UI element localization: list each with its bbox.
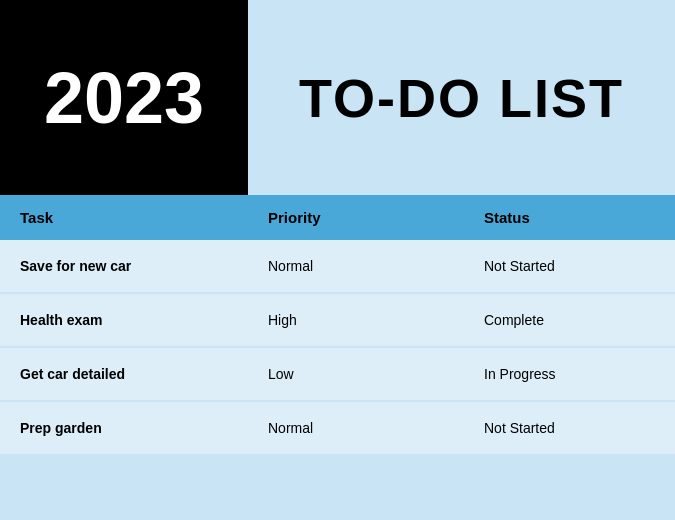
year-text: 2023: [44, 57, 204, 139]
col-header-priority: Priority: [248, 195, 464, 240]
cell-priority: Normal: [248, 240, 464, 293]
cell-status: Complete: [464, 293, 675, 347]
table-container: Task Priority Status Save for new carNor…: [0, 195, 675, 520]
page-wrapper: 2023 TO-DO LIST Task Priority Status Sav…: [0, 0, 675, 520]
table-row: Save for new carNormalNot Started: [0, 240, 675, 293]
cell-status: Not Started: [464, 240, 675, 293]
cell-priority: Low: [248, 347, 464, 401]
cell-status: Not Started: [464, 401, 675, 455]
cell-status: In Progress: [464, 347, 675, 401]
todo-table: Task Priority Status Save for new carNor…: [0, 195, 675, 456]
cell-task: Health exam: [0, 293, 248, 347]
cell-task: Get car detailed: [0, 347, 248, 401]
year-block: 2023: [0, 0, 248, 195]
col-header-status: Status: [464, 195, 675, 240]
cell-priority: Normal: [248, 401, 464, 455]
table-row: Get car detailedLowIn Progress: [0, 347, 675, 401]
col-header-task: Task: [0, 195, 248, 240]
cell-task: Prep garden: [0, 401, 248, 455]
page-title: TO-DO LIST: [299, 67, 624, 129]
title-block: TO-DO LIST: [248, 0, 675, 195]
table-header-row: Task Priority Status: [0, 195, 675, 240]
table-row: Health examHighComplete: [0, 293, 675, 347]
header: 2023 TO-DO LIST: [0, 0, 675, 195]
cell-task: Save for new car: [0, 240, 248, 293]
cell-priority: High: [248, 293, 464, 347]
table-row: Prep gardenNormalNot Started: [0, 401, 675, 455]
